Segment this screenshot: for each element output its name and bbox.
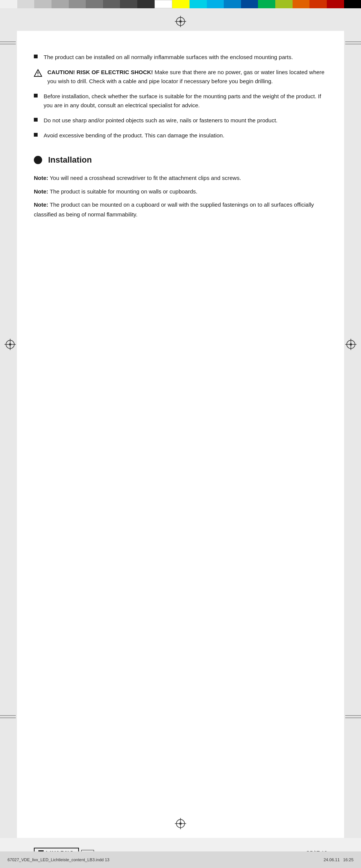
color-swatch (344, 0, 361, 8)
color-swatch (34, 0, 52, 8)
status-datetime: 24.06.11 16:25 (323, 857, 353, 862)
color-swatch (0, 0, 17, 8)
color-swatch (120, 0, 137, 8)
svg-point-11 (350, 343, 352, 346)
caution-bold-label: CAUTION! RISK OF ELECTRIC SHOCK! (47, 69, 153, 75)
bullet-item-3: Before installation, check whether the s… (34, 92, 327, 110)
left-reg-mark (5, 339, 16, 351)
bullet-square-4 (34, 118, 38, 122)
caution-text: CAUTION! RISK OF ELECTRIC SHOCK! Make su… (47, 68, 327, 86)
color-swatch (207, 0, 224, 8)
status-filename: 67027_VDE_livx_LED_Lichtleiste_content_L… (8, 857, 109, 862)
bullet-square-3 (34, 94, 38, 97)
bullet-square-5 (34, 133, 38, 137)
color-swatch (69, 0, 86, 8)
bullet-text-4: Do not use sharp and/or pointed objects … (44, 116, 327, 125)
color-swatch (86, 0, 103, 8)
color-swatch (52, 0, 69, 8)
color-swatch (309, 0, 327, 8)
color-swatch (155, 0, 173, 8)
svg-point-7 (9, 343, 11, 346)
installation-header: Installation (34, 155, 327, 165)
color-swatch (137, 0, 155, 8)
note3-label: Note: (34, 201, 48, 208)
color-swatch (293, 0, 310, 8)
circle-bullet (34, 156, 42, 164)
color-swatch (241, 0, 258, 8)
installation-section: Installation Note: You will need a cross… (34, 155, 327, 219)
color-swatch (103, 0, 120, 8)
color-swatch (172, 0, 190, 8)
note2-label: Note: (34, 188, 48, 195)
caution-item: CAUTION! RISK OF ELECTRIC SHOCK! Make su… (34, 68, 327, 86)
color-swatch (224, 0, 241, 8)
caution-icon (34, 69, 42, 79)
note-paragraph-3: Note: The product can be mounted on a cu… (34, 200, 327, 219)
bullet-text-5: Avoid excessive bending of the product. … (44, 131, 327, 140)
note1-text: You will need a crosshead screwdriver to… (48, 175, 241, 181)
color-swatch (327, 0, 344, 8)
note3-text: The product can be mounted on a cupboard… (34, 201, 314, 218)
top-reg-mark (175, 16, 186, 28)
note2-text: The product is suitable for mounting on … (48, 188, 197, 195)
svg-point-18 (179, 822, 182, 825)
side-marks-right-bottom (345, 715, 361, 718)
color-swatch (275, 0, 293, 8)
note1-label: Note: (34, 175, 48, 181)
bullet-item-5: Avoid excessive bending of the product. … (34, 131, 327, 140)
status-bar: 67027_VDE_livx_LED_Lichtleiste_content_L… (0, 851, 361, 868)
note-paragraph-1: Note: You will need a crosshead screwdri… (34, 173, 327, 183)
bullet-text-3: Before installation, check whether the s… (44, 92, 327, 110)
color-swatch (17, 0, 35, 8)
color-bar (0, 0, 361, 8)
main-content: The product can be installed on all norm… (34, 53, 327, 823)
side-marks-left-top (0, 41, 16, 44)
side-marks-right-top (345, 41, 361, 44)
side-marks-left-bottom (0, 715, 16, 718)
color-swatch (190, 0, 207, 8)
bullet-item-4: Do not use sharp and/or pointed objects … (34, 116, 327, 125)
bullet-square-1 (34, 55, 38, 58)
right-gray-bar (344, 8, 361, 838)
svg-point-14 (38, 75, 38, 76)
color-swatch (258, 0, 275, 8)
bullet-text-1: The product can be installed on all norm… (44, 53, 327, 62)
left-gray-bar (0, 8, 17, 838)
installation-notes: Note: You will need a crosshead screwdri… (34, 173, 327, 219)
note-paragraph-2: Note: The product is suitable for mounti… (34, 187, 327, 196)
bottom-reg-mark (175, 818, 186, 830)
bullet-item-1: The product can be installed on all norm… (34, 53, 327, 62)
svg-point-3 (179, 20, 182, 23)
installation-title: Installation (48, 155, 92, 165)
right-reg-mark (345, 339, 356, 351)
